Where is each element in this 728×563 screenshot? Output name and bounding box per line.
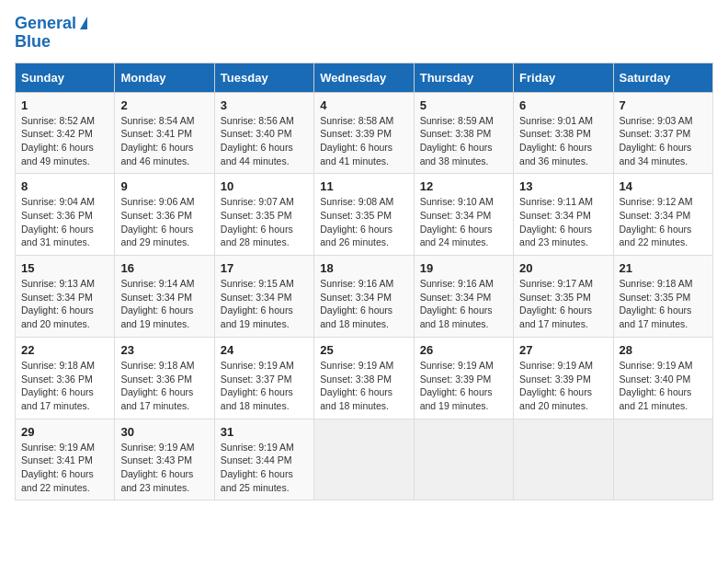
calendar-cell: 7Sunrise: 9:03 AMSunset: 3:37 PMDaylight… [613, 92, 712, 174]
day-number: 18 [320, 261, 407, 275]
day-number: 7 [620, 98, 707, 112]
day-number: 27 [519, 343, 607, 357]
page-header: General Blue [15, 15, 713, 52]
calendar-cell: 3Sunrise: 8:56 AMSunset: 3:40 PMDaylight… [214, 92, 313, 174]
day-number: 1 [21, 98, 108, 112]
day-number: 10 [221, 179, 308, 193]
day-number: 29 [21, 425, 108, 439]
calendar-day-header: Tuesday [214, 63, 313, 92]
logo: General Blue [15, 15, 87, 52]
calendar-cell: 26Sunrise: 9:19 AMSunset: 3:39 PMDayligh… [414, 337, 513, 419]
day-number: 14 [620, 179, 707, 193]
calendar-cell: 6Sunrise: 9:01 AMSunset: 3:38 PMDaylight… [514, 92, 613, 174]
day-number: 2 [120, 98, 208, 112]
day-number: 15 [21, 261, 108, 275]
day-info: Sunrise: 9:15 AMSunset: 3:34 PMDaylight:… [221, 277, 308, 331]
day-info: Sunrise: 9:19 AMSunset: 3:39 PMDaylight:… [519, 359, 607, 413]
day-number: 12 [420, 179, 507, 193]
day-info: Sunrise: 9:19 AMSunset: 3:44 PMDaylight:… [221, 441, 308, 495]
day-number: 26 [420, 343, 507, 357]
day-info: Sunrise: 8:58 AMSunset: 3:39 PMDaylight:… [320, 114, 407, 168]
calendar-cell [613, 419, 712, 500]
calendar-cell: 24Sunrise: 9:19 AMSunset: 3:37 PMDayligh… [214, 337, 313, 419]
day-number: 11 [320, 179, 407, 193]
day-number: 6 [519, 98, 607, 112]
day-info: Sunrise: 8:52 AMSunset: 3:42 PMDaylight:… [21, 114, 108, 168]
calendar-cell: 29Sunrise: 9:19 AMSunset: 3:41 PMDayligh… [16, 419, 115, 500]
calendar-cell: 14Sunrise: 9:12 AMSunset: 3:34 PMDayligh… [613, 174, 712, 256]
day-info: Sunrise: 9:19 AMSunset: 3:41 PMDaylight:… [21, 441, 108, 495]
calendar-cell: 5Sunrise: 8:59 AMSunset: 3:38 PMDaylight… [414, 92, 513, 174]
day-number: 16 [120, 261, 208, 275]
day-info: Sunrise: 8:54 AMSunset: 3:41 PMDaylight:… [120, 114, 208, 168]
day-number: 25 [320, 343, 407, 357]
day-info: Sunrise: 9:14 AMSunset: 3:34 PMDaylight:… [120, 277, 208, 331]
day-info: Sunrise: 9:16 AMSunset: 3:34 PMDaylight:… [420, 277, 507, 331]
day-info: Sunrise: 9:17 AMSunset: 3:35 PMDaylight:… [519, 277, 607, 331]
day-info: Sunrise: 9:03 AMSunset: 3:37 PMDaylight:… [620, 114, 707, 168]
day-info: Sunrise: 9:18 AMSunset: 3:36 PMDaylight:… [120, 359, 208, 413]
calendar-table: SundayMondayTuesdayWednesdayThursdayFrid… [15, 63, 713, 501]
day-info: Sunrise: 9:13 AMSunset: 3:34 PMDaylight:… [21, 277, 108, 331]
calendar-cell [414, 419, 513, 500]
day-number: 13 [519, 179, 607, 193]
day-info: Sunrise: 9:07 AMSunset: 3:35 PMDaylight:… [221, 195, 308, 249]
day-info: Sunrise: 9:12 AMSunset: 3:34 PMDaylight:… [620, 195, 707, 249]
calendar-day-header: Monday [115, 63, 214, 92]
day-info: Sunrise: 9:18 AMSunset: 3:35 PMDaylight:… [620, 277, 707, 331]
calendar-cell: 13Sunrise: 9:11 AMSunset: 3:34 PMDayligh… [514, 174, 613, 256]
day-info: Sunrise: 9:01 AMSunset: 3:38 PMDaylight:… [519, 114, 607, 168]
day-info: Sunrise: 9:19 AMSunset: 3:40 PMDaylight:… [620, 359, 707, 413]
day-number: 30 [120, 425, 208, 439]
calendar-cell: 12Sunrise: 9:10 AMSunset: 3:34 PMDayligh… [414, 174, 513, 256]
calendar-week-row: 29Sunrise: 9:19 AMSunset: 3:41 PMDayligh… [16, 419, 713, 500]
calendar-cell: 15Sunrise: 9:13 AMSunset: 3:34 PMDayligh… [16, 256, 115, 338]
calendar-cell: 4Sunrise: 8:58 AMSunset: 3:39 PMDaylight… [314, 92, 414, 174]
calendar-cell: 8Sunrise: 9:04 AMSunset: 3:36 PMDaylight… [16, 174, 115, 256]
day-number: 24 [221, 343, 308, 357]
calendar-cell: 2Sunrise: 8:54 AMSunset: 3:41 PMDaylight… [115, 92, 214, 174]
calendar-cell: 23Sunrise: 9:18 AMSunset: 3:36 PMDayligh… [115, 337, 214, 419]
day-info: Sunrise: 9:19 AMSunset: 3:38 PMDaylight:… [320, 359, 407, 413]
logo-text-blue: Blue [15, 32, 51, 51]
calendar-cell: 20Sunrise: 9:17 AMSunset: 3:35 PMDayligh… [514, 256, 613, 338]
day-info: Sunrise: 9:19 AMSunset: 3:37 PMDaylight:… [221, 359, 308, 413]
calendar-day-header: Friday [514, 63, 613, 92]
day-info: Sunrise: 9:18 AMSunset: 3:36 PMDaylight:… [21, 359, 108, 413]
day-number: 21 [620, 261, 707, 275]
day-info: Sunrise: 9:16 AMSunset: 3:34 PMDaylight:… [320, 277, 407, 331]
day-info: Sunrise: 9:06 AMSunset: 3:36 PMDaylight:… [120, 195, 208, 249]
day-number: 17 [221, 261, 308, 275]
calendar-cell [314, 419, 414, 500]
calendar-cell: 17Sunrise: 9:15 AMSunset: 3:34 PMDayligh… [214, 256, 313, 338]
calendar-cell: 30Sunrise: 9:19 AMSunset: 3:43 PMDayligh… [115, 419, 214, 500]
calendar-day-header: Thursday [414, 63, 513, 92]
day-number: 3 [221, 98, 308, 112]
day-number: 8 [21, 179, 108, 193]
calendar-cell [514, 419, 613, 500]
day-number: 20 [519, 261, 607, 275]
day-number: 31 [221, 425, 308, 439]
day-info: Sunrise: 8:59 AMSunset: 3:38 PMDaylight:… [420, 114, 507, 168]
calendar-day-header: Sunday [16, 63, 115, 92]
calendar-cell: 21Sunrise: 9:18 AMSunset: 3:35 PMDayligh… [613, 256, 712, 338]
day-info: Sunrise: 9:04 AMSunset: 3:36 PMDaylight:… [21, 195, 108, 249]
day-number: 5 [420, 98, 507, 112]
day-number: 9 [120, 179, 208, 193]
calendar-cell: 1Sunrise: 8:52 AMSunset: 3:42 PMDaylight… [16, 92, 115, 174]
calendar-cell: 9Sunrise: 9:06 AMSunset: 3:36 PMDaylight… [115, 174, 214, 256]
calendar-cell: 27Sunrise: 9:19 AMSunset: 3:39 PMDayligh… [514, 337, 613, 419]
calendar-cell: 31Sunrise: 9:19 AMSunset: 3:44 PMDayligh… [214, 419, 313, 500]
day-number: 22 [21, 343, 108, 357]
day-info: Sunrise: 9:11 AMSunset: 3:34 PMDaylight:… [519, 195, 607, 249]
day-info: Sunrise: 8:56 AMSunset: 3:40 PMDaylight:… [221, 114, 308, 168]
calendar-week-row: 8Sunrise: 9:04 AMSunset: 3:36 PMDaylight… [16, 174, 713, 256]
calendar-cell: 18Sunrise: 9:16 AMSunset: 3:34 PMDayligh… [314, 256, 414, 338]
calendar-week-row: 22Sunrise: 9:18 AMSunset: 3:36 PMDayligh… [16, 337, 713, 419]
calendar-cell: 25Sunrise: 9:19 AMSunset: 3:38 PMDayligh… [314, 337, 414, 419]
day-info: Sunrise: 9:08 AMSunset: 3:35 PMDaylight:… [320, 195, 407, 249]
calendar-week-row: 1Sunrise: 8:52 AMSunset: 3:42 PMDaylight… [16, 92, 713, 174]
day-number: 4 [320, 98, 407, 112]
calendar-cell: 16Sunrise: 9:14 AMSunset: 3:34 PMDayligh… [115, 256, 214, 338]
day-info: Sunrise: 9:10 AMSunset: 3:34 PMDaylight:… [420, 195, 507, 249]
